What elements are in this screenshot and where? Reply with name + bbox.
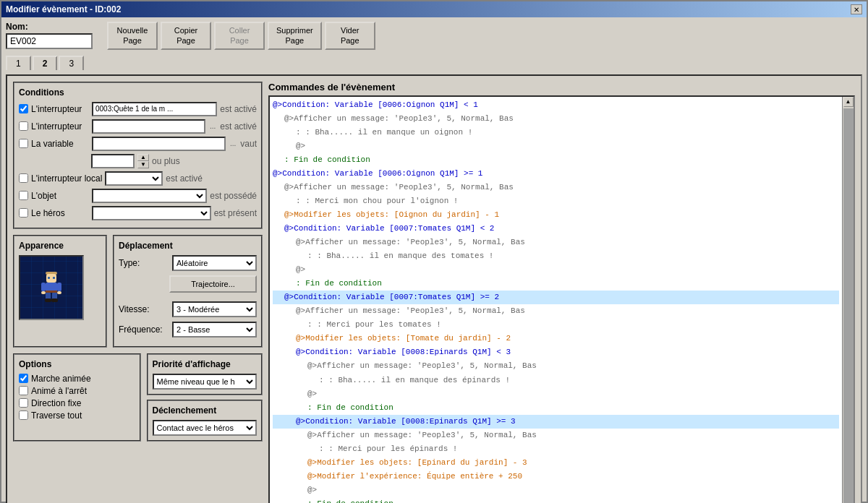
commandes-title: Commandes de l'évènement (268, 82, 855, 93)
condition-label-heros: Le héros (31, 208, 89, 218)
scroll-thumb[interactable] (843, 108, 854, 503)
condition-input-3[interactable] (92, 137, 226, 151)
cmd-line-2: : : Bha..... il en manque un oignon ! (273, 126, 839, 139)
priorite-select[interactable]: Même niveau que le h En dessous du héros… (153, 374, 258, 390)
main-area: Conditions L'interrupteur est activé L'i… (6, 74, 862, 503)
svg-rect-8 (45, 298, 51, 302)
condition-check-objet[interactable] (19, 191, 28, 200)
scrollbar[interactable]: ▲ ▼ (842, 97, 854, 503)
svg-rect-12 (41, 291, 46, 294)
option-traverse-check[interactable] (19, 410, 28, 420)
nom-input[interactable] (6, 33, 93, 49)
condition-suffix-1: est activé (220, 104, 257, 114)
svg-rect-5 (46, 291, 57, 293)
option-arret-check[interactable] (19, 386, 28, 395)
title-bar: Modifier évènement - ID:002 ✕ (1, 1, 867, 17)
sprite-area[interactable] (19, 255, 84, 320)
cmd-line-11: : : Bha..... il en manque des tomates ! (273, 249, 839, 263)
condition-check-heros[interactable] (19, 208, 28, 218)
condition-check-1[interactable] (19, 104, 28, 113)
spin-up-button[interactable]: ▲ (137, 154, 149, 161)
condition-row-objet: L'objet est possédé (19, 189, 257, 203)
cmd-line-3: @> (273, 139, 839, 153)
svg-rect-2 (48, 277, 50, 279)
svg-rect-13 (57, 291, 61, 294)
condition-check-local[interactable] (19, 173, 28, 183)
declenchement-section: Déclenchement Contact avec le héros Touc… (147, 400, 263, 442)
coller-page-button[interactable]: Coller Page (214, 22, 265, 50)
vitesse-label: Vitesse: (119, 304, 169, 314)
cmd-line-12: @> (273, 263, 839, 277)
type-row: Type: Aléatoire Fixe Aller-Retour Trajec… (119, 255, 257, 271)
option-arret-label: Animé à l'arrêt (31, 386, 87, 396)
condition-input-2[interactable] (92, 119, 205, 134)
option-marche: Marche animée (19, 374, 135, 384)
svg-rect-3 (53, 277, 55, 279)
conditions-title: Conditions (19, 87, 257, 98)
cmd-line-13: : Fin de condition (273, 277, 839, 291)
condition-row-heros: Le héros est présent (19, 206, 257, 220)
tab-2[interactable]: 2 (33, 56, 58, 70)
cmd-line-14: @>Condition: Variable [0007:Tomates Q1M]… (273, 291, 839, 304)
options-row: Options Marche animée Animé à l'arrêt Di… (13, 353, 263, 442)
type-select[interactable]: Aléatoire Fixe Aller-Retour Trajectoire (172, 255, 257, 271)
supprimer-page-button[interactable]: Supprimer Page (268, 22, 322, 50)
condition-row-local: L'interrupteur local est activé (19, 171, 257, 186)
nom-section: Nom: (6, 22, 93, 49)
vitesse-select[interactable]: 3 - Modérée 1 - Très lente 2 - Lente 4 -… (172, 301, 257, 317)
option-traverse: Traverse tout (19, 410, 135, 421)
trajectoire-button[interactable]: Trajectoire... (169, 275, 257, 293)
nom-label: Nom: (6, 22, 93, 32)
condition-row-2: L'interrupteur ... est activé (19, 119, 257, 134)
copier-page-button[interactable]: Copier Page (161, 22, 211, 50)
content-area: Nom: Nouvelle Page Copier Page Coller Pa… (1, 17, 867, 503)
condition-check-2[interactable] (19, 121, 28, 131)
declenchement-select[interactable]: Contact avec le héros Touche action Cont… (153, 420, 258, 436)
spin-input[interactable] (91, 154, 135, 168)
type-label: Type: (119, 258, 169, 268)
page-buttons: Nouvelle Page Copier Page Coller Page Su… (107, 22, 375, 50)
frequence-select[interactable]: 2 - Basse 1 - Minimale 3 - Normale 4 - H… (172, 322, 257, 338)
cmd-line-10: @>Afficher un message: 'People3', 5, Nor… (273, 236, 839, 249)
apparence-title: Apparence (19, 241, 101, 251)
condition-check-3[interactable] (19, 139, 28, 148)
cmd-line-20: : : Bha..... il en manque des épinards ! (273, 374, 839, 387)
cmd-line-0: @>Condition: Variable [0006:Oignon Q1M] … (273, 98, 839, 112)
condition-select-objet[interactable] (92, 189, 207, 203)
tab-3[interactable]: 3 (59, 56, 84, 70)
cmd-line-29: : Fin de condition (273, 497, 839, 503)
sprite-svg (38, 270, 64, 305)
cmd-line-5: @>Condition: Variable [0006:Oignon Q1M] … (273, 167, 839, 181)
option-direction: Direction fixe (19, 398, 135, 408)
scroll-up-button[interactable]: ▲ (843, 97, 854, 107)
vider-page-button[interactable]: Vider Page (325, 22, 375, 50)
right-options: Priorité d'affichage Même niveau que le … (147, 353, 263, 442)
option-traverse-label: Traverse tout (31, 410, 82, 421)
nouvelle-page-button[interactable]: Nouvelle Page (107, 22, 158, 50)
cmd-line-21: @> (273, 387, 839, 401)
option-arret: Animé à l'arrêt (19, 386, 135, 396)
condition-select-local[interactable] (105, 171, 163, 186)
condition-row-1: L'interrupteur est activé (19, 102, 257, 116)
option-direction-check[interactable] (19, 398, 28, 408)
vitesse-row: Vitesse: 3 - Modérée 1 - Très lente 2 - … (119, 301, 257, 317)
condition-suffix-2: est activé (220, 121, 257, 132)
condition-input-1[interactable] (92, 102, 217, 116)
condition-select-heros[interactable] (92, 206, 211, 220)
condition-suffix-objet: est possédé (210, 191, 257, 201)
condition-row-3: La variable ... vaut (19, 137, 257, 151)
commandes-list[interactable]: @>Condition: Variable [0006:Oignon Q1M] … (270, 97, 842, 503)
cmd-line-17: @>Modifier les objets: [Tomate du jardin… (273, 332, 839, 345)
cmd-line-19: @>Afficher un message: 'People3', 5, Nor… (273, 359, 839, 373)
condition-suffix-heros: est présent (214, 208, 257, 218)
cmd-line-22: : Fin de condition (273, 401, 839, 415)
spin-down-button[interactable]: ▼ (137, 161, 149, 168)
cmd-line-16: : : Merci pour les tomates ! (273, 318, 839, 332)
frequence-row: Fréquence: 2 - Basse 1 - Minimale 3 - No… (119, 322, 257, 338)
close-button[interactable]: ✕ (851, 4, 862, 14)
svg-rect-10 (41, 283, 46, 291)
tab-1[interactable]: 1 (6, 56, 31, 70)
option-marche-check[interactable] (19, 374, 28, 383)
deplacement-section: Déplacement Type: Aléatoire Fixe Aller-R… (113, 235, 263, 348)
condition-label-objet: L'objet (31, 191, 89, 201)
